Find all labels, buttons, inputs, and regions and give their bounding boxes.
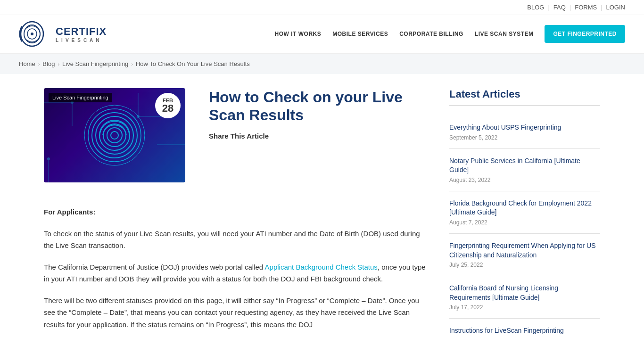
breadcrumb-home[interactable]: Home [19, 60, 35, 67]
main-nav: HOW IT WORKS MOBILE SERVICES CORPORATE B… [275, 25, 625, 43]
sidebar-article-date-4: July 25, 2022 [449, 262, 600, 268]
sidebar-article-title-6[interactable]: Instructions for LiveScan Fingerprinting [449, 326, 600, 336]
nav-live-scan-system[interactable]: LIVE SCAN SYSTEM [475, 31, 534, 37]
article-hero-image: Live Scan Fingerprinting FEB 28 [44, 88, 185, 182]
svg-point-3 [31, 33, 33, 35]
svg-point-17 [137, 115, 140, 118]
svg-point-20 [47, 157, 50, 160]
article-title: How to Check on your Live Scan Results [209, 88, 430, 124]
sidebar: Latest Articles Everything About USPS Fi… [449, 88, 600, 345]
topbar-forms-link[interactable]: FORMS [575, 4, 597, 11]
sidebar-article-title-2[interactable]: Notary Public Services in California [Ul… [449, 156, 600, 175]
applicants-label: For Applicants: [44, 208, 95, 216]
topbar-sep-3: | [601, 4, 602, 11]
article-paragraph-3: There will be two different statuses pro… [44, 295, 430, 331]
topbar-blog-link[interactable]: BLOG [527, 4, 544, 11]
breadcrumb-blog[interactable]: Blog [42, 60, 55, 67]
sidebar-article-date-3: August 7, 2022 [449, 219, 600, 226]
logo-brand: CERTIFIX [56, 25, 107, 38]
sidebar-article-2: Notary Public Services in California [Ul… [449, 149, 600, 191]
sidebar-article-4: Fingerprinting Requirement When Applying… [449, 234, 600, 276]
article-date-badge: FEB 28 [155, 93, 181, 118]
get-fingerprinted-button[interactable]: GET FINGERPRINTED [545, 25, 625, 43]
sidebar-article-1: Everything About USPS Fingerprinting Sep… [449, 115, 600, 149]
sidebar-article-date-1: September 5, 2022 [449, 134, 600, 141]
article-category-badge: Live Scan Fingerprinting [49, 93, 112, 102]
breadcrumb-current: How To Check On Your Live Scan Results [136, 60, 250, 67]
breadcrumb-live-scan[interactable]: Live Scan Fingerprinting [62, 60, 128, 67]
share-article-label: Share This Article [209, 132, 430, 140]
article-paragraph-1: To check on the status of your Live Scan… [44, 228, 430, 252]
sidebar-article-date-2: August 23, 2022 [449, 177, 600, 183]
nav-how-it-works[interactable]: HOW IT WORKS [275, 31, 322, 37]
topbar-sep-2: | [570, 4, 571, 11]
breadcrumb-chevron-2: › [58, 61, 59, 67]
sidebar-article-3: Florida Background Check for Employment … [449, 191, 600, 234]
logo-icon [19, 20, 52, 48]
sidebar-article-date-5: July 17, 2022 [449, 304, 600, 311]
sidebar-article-title-1[interactable]: Everything About USPS Fingerprinting [449, 123, 600, 132]
sidebar-article-title-3[interactable]: Florida Background Check for Employment … [449, 199, 600, 217]
breadcrumb-chevron-1: › [38, 61, 40, 67]
nav-mobile-services[interactable]: MOBILE SERVICES [332, 31, 388, 37]
topbar-login-link[interactable]: LOGIN [606, 4, 625, 11]
article-content: Live Scan Fingerprinting FEB 28 How to C… [44, 88, 430, 345]
breadcrumb-chevron-3: › [131, 61, 133, 67]
sidebar-title: Latest Articles [449, 88, 600, 106]
article-paragraph-applicants: For Applicants: [44, 206, 430, 218]
top-bar: BLOG | FAQ | FORMS | LOGIN [0, 0, 644, 15]
sidebar-article-5: California Board of Nursing Licensing Re… [449, 276, 600, 319]
sidebar-article-title-5[interactable]: California Board of Nursing Licensing Re… [449, 284, 600, 302]
sidebar-article-title-4[interactable]: Fingerprinting Requirement When Applying… [449, 241, 600, 260]
article-paragraph-2: The California Department of Justice (DO… [44, 261, 430, 285]
header: CERTIFIX LIVESCAN HOW IT WORKS MOBILE SE… [0, 15, 644, 54]
topbar-faq-link[interactable]: FAQ [553, 4, 566, 11]
logo-sub: LIVESCAN [56, 38, 107, 43]
nav-corporate-billing[interactable]: CORPORATE BILLING [399, 31, 463, 37]
main-container: Live Scan Fingerprinting FEB 28 How to C… [25, 74, 619, 359]
article-body: For Applicants: To check on the status o… [44, 201, 430, 330]
article-date-day: 28 [162, 103, 173, 114]
logo[interactable]: CERTIFIX LIVESCAN [19, 20, 107, 48]
topbar-sep-1: | [548, 4, 549, 11]
applicant-background-check-link[interactable]: Applicant Background Check Status [265, 263, 378, 271]
breadcrumb: Home › Blog › Live Scan Fingerprinting ›… [0, 54, 644, 74]
sidebar-article-6: Instructions for LiveScan Fingerprinting [449, 319, 600, 345]
